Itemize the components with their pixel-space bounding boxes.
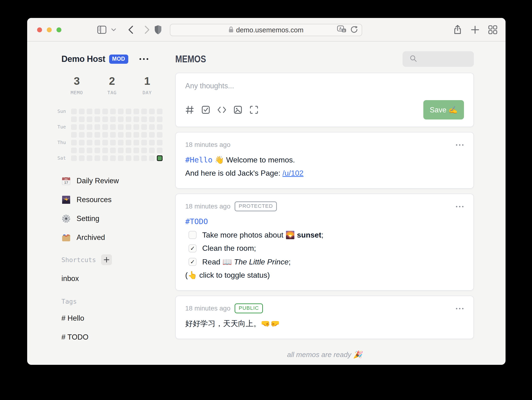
heatmap-cell[interactable] bbox=[87, 148, 92, 153]
todo-icon[interactable] bbox=[201, 105, 210, 114]
heatmap-cell[interactable] bbox=[71, 140, 77, 145]
heatmap-cell[interactable] bbox=[102, 148, 108, 153]
heatmap-cell[interactable] bbox=[133, 109, 139, 114]
heatmap-cell[interactable] bbox=[141, 109, 147, 114]
heatmap-cell[interactable] bbox=[126, 124, 131, 130]
sidebar-item-daily-review[interactable]: JUL17Daily Review bbox=[61, 174, 163, 188]
heatmap-cell[interactable] bbox=[87, 155, 92, 161]
heatmap-cell[interactable] bbox=[87, 132, 92, 138]
heatmap-cell[interactable] bbox=[87, 116, 92, 122]
maximize-window-button[interactable] bbox=[57, 27, 61, 32]
heatmap-cell[interactable] bbox=[149, 124, 155, 130]
heatmap-cell[interactable] bbox=[71, 109, 77, 114]
sidebar-item-archived[interactable]: Archived bbox=[61, 231, 163, 244]
heatmap-cell[interactable] bbox=[157, 116, 163, 122]
heatmap-cell[interactable] bbox=[157, 140, 163, 145]
heatmap-cell[interactable] bbox=[157, 155, 163, 161]
tag-item-Hello[interactable]: # Hello bbox=[61, 313, 163, 324]
checkbox-checked[interactable]: ✓ bbox=[189, 244, 196, 252]
heatmap-cell[interactable] bbox=[126, 116, 131, 122]
heatmap-cell[interactable] bbox=[149, 116, 155, 122]
heatmap-cell[interactable] bbox=[157, 124, 163, 130]
heatmap-cell[interactable] bbox=[110, 140, 116, 145]
heatmap-cell[interactable] bbox=[149, 132, 155, 138]
heatmap-cell[interactable] bbox=[102, 140, 108, 145]
heatmap-cell[interactable] bbox=[95, 140, 100, 145]
heatmap-cell[interactable] bbox=[71, 155, 77, 161]
heatmap-cell[interactable] bbox=[118, 132, 124, 138]
heatmap-cell[interactable] bbox=[118, 124, 124, 130]
heatmap-cell[interactable] bbox=[133, 148, 139, 153]
sidebar-toggle-icon[interactable] bbox=[97, 25, 107, 34]
heatmap-cell[interactable] bbox=[95, 116, 100, 122]
segment-tag[interactable]: #Hello bbox=[185, 155, 213, 164]
heatmap-cell[interactable] bbox=[149, 109, 155, 114]
segment-link[interactable]: /u/102 bbox=[283, 169, 304, 177]
heatmap-cell[interactable] bbox=[133, 116, 139, 122]
heatmap-cell[interactable] bbox=[149, 140, 155, 145]
minimize-window-button[interactable] bbox=[47, 27, 52, 32]
sidebar-menu-dots-icon[interactable] bbox=[139, 57, 149, 61]
heatmap-cell[interactable] bbox=[102, 132, 108, 138]
tab-overview-icon[interactable] bbox=[488, 25, 498, 34]
heatmap-cell[interactable] bbox=[118, 155, 124, 161]
heatmap-cell[interactable] bbox=[141, 148, 147, 153]
heatmap-cell[interactable] bbox=[95, 124, 100, 130]
heatmap-cell[interactable] bbox=[141, 140, 147, 145]
heatmap-cell[interactable] bbox=[95, 148, 100, 153]
heatmap-cell[interactable] bbox=[79, 140, 85, 145]
heatmap-cell[interactable] bbox=[110, 148, 116, 153]
back-button-icon[interactable] bbox=[126, 25, 135, 34]
heatmap-cell[interactable] bbox=[71, 132, 77, 138]
sidebar-item-setting[interactable]: Setting bbox=[61, 212, 163, 225]
heatmap-cell[interactable] bbox=[79, 148, 85, 153]
save-button[interactable]: Save ✍️ bbox=[423, 100, 464, 119]
heatmap-cell[interactable] bbox=[110, 132, 116, 138]
search-input[interactable] bbox=[403, 51, 474, 67]
heatmap-cell[interactable] bbox=[133, 132, 139, 138]
heatmap-cell[interactable] bbox=[87, 124, 92, 130]
close-window-button[interactable] bbox=[37, 27, 42, 32]
tag-item-TODO[interactable]: # TODO bbox=[61, 332, 163, 342]
heatmap-cell[interactable] bbox=[79, 132, 85, 138]
translate-icon[interactable]: A文 bbox=[337, 25, 347, 34]
forward-button-icon[interactable] bbox=[142, 25, 152, 34]
segment-tag[interactable]: #TODO bbox=[185, 217, 208, 226]
heatmap-cell[interactable] bbox=[102, 124, 108, 130]
shortcut-item-inbox[interactable]: inbox bbox=[61, 273, 163, 284]
checkbox-unchecked[interactable] bbox=[189, 231, 196, 239]
image-icon[interactable] bbox=[233, 105, 242, 114]
share-icon[interactable] bbox=[453, 25, 462, 34]
heatmap-cell[interactable] bbox=[133, 155, 139, 161]
heatmap-cell[interactable] bbox=[79, 124, 85, 130]
heatmap-cell[interactable] bbox=[71, 124, 77, 130]
heatmap-cell[interactable] bbox=[79, 155, 85, 161]
heatmap-cell[interactable] bbox=[118, 148, 124, 153]
heatmap-cell[interactable] bbox=[118, 116, 124, 122]
heatmap-cell[interactable] bbox=[71, 148, 77, 153]
code-icon[interactable] bbox=[217, 105, 226, 114]
heatmap-cell[interactable] bbox=[157, 132, 163, 138]
fullscreen-icon[interactable] bbox=[249, 105, 259, 114]
reload-icon[interactable] bbox=[350, 25, 358, 34]
sidebar-item-resources[interactable]: Resources bbox=[61, 193, 163, 206]
heatmap-cell[interactable] bbox=[126, 148, 131, 153]
heatmap-cell[interactable] bbox=[149, 148, 155, 153]
heatmap-cell[interactable] bbox=[79, 109, 85, 114]
heatmap-cell[interactable] bbox=[102, 116, 108, 122]
heatmap-cell[interactable] bbox=[149, 155, 155, 161]
heatmap-cell[interactable] bbox=[95, 109, 100, 114]
heatmap-cell[interactable] bbox=[87, 109, 92, 114]
heatmap-cell[interactable] bbox=[110, 109, 116, 114]
heatmap-cell[interactable] bbox=[79, 116, 85, 122]
memo-actions-dots-icon[interactable] bbox=[456, 204, 464, 208]
heatmap-cell[interactable] bbox=[141, 124, 147, 130]
add-shortcut-button[interactable] bbox=[101, 254, 112, 265]
heatmap-cell[interactable] bbox=[141, 132, 147, 138]
memo-actions-dots-icon[interactable] bbox=[456, 143, 464, 147]
memo-actions-dots-icon[interactable] bbox=[456, 306, 464, 311]
heatmap-cell[interactable] bbox=[71, 116, 77, 122]
heatmap-cell[interactable] bbox=[102, 155, 108, 161]
heatmap-cell[interactable] bbox=[141, 155, 147, 161]
heatmap-cell[interactable] bbox=[157, 109, 163, 114]
